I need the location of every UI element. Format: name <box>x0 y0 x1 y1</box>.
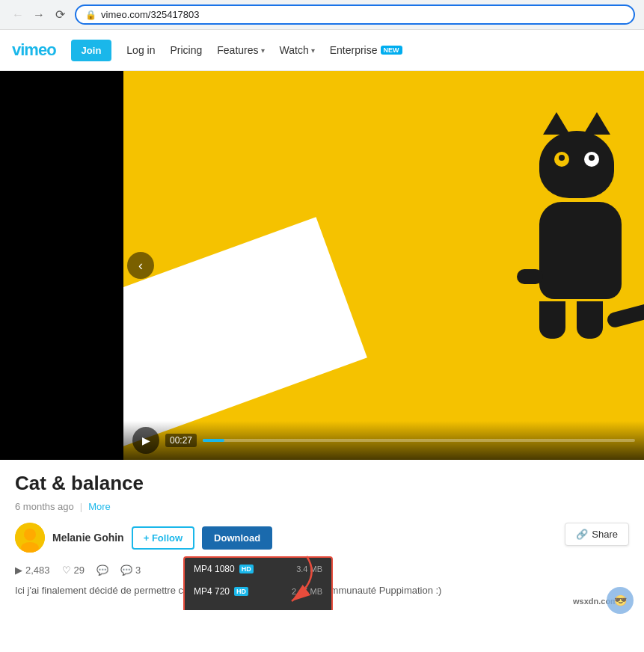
time-display: 00:27 <box>165 434 197 447</box>
author-avatar <box>15 523 45 553</box>
browser-chrome: ← → ⟳ 🔒 vimeo.com/325417803 <box>0 0 644 30</box>
follow-button[interactable]: + Follow <box>132 526 194 550</box>
svg-text:😎: 😎 <box>614 594 628 607</box>
cat-illustration <box>539 131 622 339</box>
download-button[interactable]: Download <box>202 526 272 550</box>
watermark: wsxdn.com 😎 <box>569 582 637 610</box>
join-button[interactable]: Join <box>71 40 112 61</box>
cat-torso <box>539 202 622 299</box>
author-name: Melanie Gohin <box>52 532 124 544</box>
back-button[interactable]: ← <box>9 6 27 24</box>
reload-button[interactable]: ⟳ <box>51 6 69 24</box>
cat-eye-right <box>584 152 599 167</box>
forward-button[interactable]: → <box>30 6 48 24</box>
share-button[interactable]: 🔗 Share <box>565 523 629 546</box>
comments-count: 3 <box>135 565 141 576</box>
enterprise-link[interactable]: Enterprise <box>330 44 378 56</box>
views-count: 2,483 <box>25 565 50 576</box>
play-button[interactable]: ▶ <box>132 427 159 454</box>
prev-arrow-button[interactable]: ‹ <box>127 252 154 279</box>
heart-icon: ♡ <box>62 565 71 576</box>
views-stat: ▶ 2,483 <box>15 565 50 576</box>
nav-buttons: ← → ⟳ <box>9 6 69 24</box>
hd-badge-720: HD <box>234 587 248 596</box>
watch-link[interactable]: Watch ▾ <box>280 44 315 56</box>
pricing-link[interactable]: Pricing <box>170 44 202 56</box>
address-bar[interactable]: 🔒 vimeo.com/325417803 <box>75 4 635 25</box>
video-meta: 6 months ago | More <box>15 501 629 512</box>
comments-stat[interactable]: 💬 3 <box>120 565 141 576</box>
features-link[interactable]: Features ▾ <box>217 44 264 56</box>
features-chevron-icon: ▾ <box>261 46 265 55</box>
watch-chevron-icon: ▾ <box>311 46 315 55</box>
url-text: vimeo.com/325417803 <box>101 9 200 20</box>
cat-arm <box>517 269 543 284</box>
video-left-panel <box>0 71 123 460</box>
progress-fill <box>203 439 224 442</box>
cat-leg-left <box>539 301 565 339</box>
comment-icon: 💬 <box>120 565 132 576</box>
share-area: 🔗 Share <box>565 523 629 546</box>
more-link[interactable]: More <box>88 501 111 512</box>
video-main <box>123 71 644 460</box>
speech-icon: 💬 <box>96 565 108 576</box>
login-link[interactable]: Log in <box>126 44 155 56</box>
new-badge: NEW <box>381 46 402 55</box>
likes-stat[interactable]: ♡ 29 <box>62 565 85 576</box>
enterprise-nav: Enterprise NEW <box>330 44 402 56</box>
vimeo-header: vimeo Join Log in Pricing Features ▾ Wat… <box>0 30 644 71</box>
chat-icon-stat[interactable]: 💬 <box>96 565 108 576</box>
video-title: Cat & balance <box>15 472 629 495</box>
video-controls: ▶ 00:27 <box>123 421 644 460</box>
video-info: Cat & balance 6 months ago | More Melani… <box>0 460 644 610</box>
cat-eye-left <box>554 152 569 167</box>
meta-separator: | <box>80 501 82 512</box>
cat-ear-left <box>543 112 570 135</box>
hd-badge-1080: HD <box>239 565 254 573</box>
video-player[interactable]: ‹ ▶ 00:27 <box>0 71 644 460</box>
likes-count: 29 <box>74 565 85 576</box>
play-icon: ▶ <box>15 565 22 576</box>
lock-icon: 🔒 <box>85 10 96 20</box>
annotation-arrow <box>254 549 322 609</box>
vimeo-logo: vimeo <box>12 40 56 60</box>
cat-ear-right <box>583 112 610 135</box>
cat-leg-right <box>577 301 603 339</box>
video-background <box>0 71 644 460</box>
author-row: Melanie Gohin + Follow Download MP4 1080… <box>15 523 629 553</box>
video-age: 6 months ago <box>15 501 74 512</box>
cat-head <box>539 131 614 198</box>
svg-point-1 <box>24 529 36 541</box>
share-icon: 🔗 <box>576 529 588 540</box>
progress-bar[interactable] <box>203 439 635 442</box>
